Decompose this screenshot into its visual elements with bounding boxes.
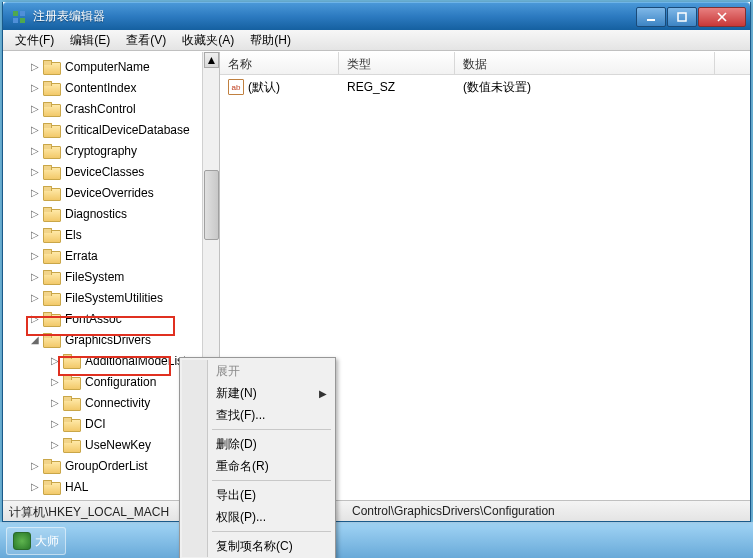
tree-label: ContentIndex bbox=[63, 80, 138, 96]
tree-label: DCI bbox=[83, 416, 108, 432]
expand-icon[interactable]: ▷ bbox=[29, 481, 41, 493]
folder-icon bbox=[43, 144, 59, 158]
folder-icon bbox=[43, 60, 59, 74]
string-value-icon: ab bbox=[228, 79, 244, 95]
scroll-thumb[interactable] bbox=[204, 170, 219, 240]
folder-icon bbox=[63, 417, 79, 431]
folder-icon bbox=[63, 375, 79, 389]
collapse-icon[interactable]: ◢ bbox=[29, 334, 41, 346]
ctx-copy-keyname[interactable]: 复制项名称(C) bbox=[182, 535, 333, 557]
expand-icon[interactable]: ▷ bbox=[49, 439, 61, 451]
close-button[interactable] bbox=[698, 7, 746, 27]
folder-icon bbox=[43, 291, 59, 305]
minimize-button[interactable] bbox=[636, 7, 666, 27]
maximize-button[interactable] bbox=[667, 7, 697, 27]
titlebar[interactable]: 注册表编辑器 bbox=[3, 2, 750, 30]
tree-item[interactable]: ▷CriticalDeviceDatabase bbox=[3, 119, 219, 140]
expand-icon[interactable]: ▷ bbox=[29, 166, 41, 178]
col-name[interactable]: 名称 bbox=[220, 52, 339, 74]
list-row[interactable]: ab(默认)REG_SZ(数值未设置) bbox=[220, 77, 750, 97]
tree-label: Cryptography bbox=[63, 143, 139, 159]
tree-item[interactable]: ▷ComputerName bbox=[3, 56, 219, 77]
menu-edit[interactable]: 编辑(E) bbox=[62, 30, 118, 51]
window-title: 注册表编辑器 bbox=[33, 8, 635, 25]
ctx-export[interactable]: 导出(E) bbox=[182, 484, 333, 506]
ctx-rename[interactable]: 重命名(R) bbox=[182, 455, 333, 477]
col-data[interactable]: 数据 bbox=[455, 52, 715, 74]
content-area: ▷ComputerName▷ContentIndex▷CrashControl▷… bbox=[3, 51, 750, 500]
tree-item[interactable]: ▷Els bbox=[3, 224, 219, 245]
tree-label: HAL bbox=[63, 479, 90, 495]
menu-fav[interactable]: 收藏夹(A) bbox=[174, 30, 242, 51]
col-type[interactable]: 类型 bbox=[339, 52, 455, 74]
menubar: 文件(F) 编辑(E) 查看(V) 收藏夹(A) 帮助(H) bbox=[3, 30, 750, 51]
folder-icon bbox=[43, 123, 59, 137]
expand-icon[interactable]: ▷ bbox=[29, 61, 41, 73]
expand-icon[interactable]: ▷ bbox=[29, 250, 41, 262]
folder-icon bbox=[43, 165, 59, 179]
expand-icon[interactable]: ▷ bbox=[29, 103, 41, 115]
expand-icon[interactable]: ▷ bbox=[29, 292, 41, 304]
tree-item[interactable]: ▷Errata bbox=[3, 245, 219, 266]
expand-icon[interactable]: ▷ bbox=[49, 376, 61, 388]
tree-label: Diagnostics bbox=[63, 206, 129, 222]
ctx-permissions[interactable]: 权限(P)... bbox=[182, 506, 333, 528]
folder-icon bbox=[43, 228, 59, 242]
tree-item[interactable]: ▷FileSystem bbox=[3, 266, 219, 287]
menu-view[interactable]: 查看(V) bbox=[118, 30, 174, 51]
expand-icon[interactable]: ▷ bbox=[29, 313, 41, 325]
tree-label: FileSystemUtilities bbox=[63, 290, 165, 306]
tree-label: ComputerName bbox=[63, 59, 152, 75]
expand-icon[interactable]: ▷ bbox=[29, 82, 41, 94]
svg-rect-1 bbox=[20, 11, 25, 16]
tree-label: DeviceOverrides bbox=[63, 185, 156, 201]
expand-icon[interactable]: ▷ bbox=[29, 187, 41, 199]
expand-icon[interactable]: ▷ bbox=[49, 355, 61, 367]
tree-item[interactable]: ◢GraphicsDrivers bbox=[3, 329, 219, 350]
tree-label: FileSystem bbox=[63, 269, 126, 285]
svg-rect-2 bbox=[13, 18, 18, 23]
expand-icon[interactable]: ▷ bbox=[49, 397, 61, 409]
ctx-find[interactable]: 查找(F)... bbox=[182, 404, 333, 426]
tree-item[interactable]: ▷DeviceOverrides bbox=[3, 182, 219, 203]
folder-icon bbox=[43, 480, 59, 494]
scroll-up-icon[interactable]: ▲ bbox=[204, 52, 219, 68]
ctx-delete[interactable]: 删除(D) bbox=[182, 433, 333, 455]
app-icon bbox=[11, 9, 27, 25]
svg-rect-0 bbox=[13, 11, 18, 16]
expand-icon[interactable]: ▷ bbox=[29, 208, 41, 220]
menu-help[interactable]: 帮助(H) bbox=[242, 30, 299, 51]
tree-item[interactable]: ▷FontAssoc bbox=[3, 308, 219, 329]
tree-label: Els bbox=[63, 227, 84, 243]
expand-icon[interactable]: ▷ bbox=[49, 418, 61, 430]
value-type: REG_SZ bbox=[339, 80, 455, 94]
folder-icon bbox=[43, 207, 59, 221]
tree-label: DeviceClasses bbox=[63, 164, 146, 180]
tree-label: GroupOrderList bbox=[63, 458, 150, 474]
tree-label: AdditionalModeLists bbox=[83, 353, 194, 369]
expand-icon[interactable]: ▷ bbox=[29, 145, 41, 157]
folder-icon bbox=[63, 438, 79, 452]
expand-icon[interactable]: ▷ bbox=[29, 229, 41, 241]
menu-file[interactable]: 文件(F) bbox=[7, 30, 62, 51]
tree-item[interactable]: ▷Cryptography bbox=[3, 140, 219, 161]
folder-icon bbox=[43, 186, 59, 200]
svg-rect-5 bbox=[678, 13, 686, 21]
chevron-right-icon: ▶ bbox=[319, 388, 327, 399]
expand-icon[interactable]: ▷ bbox=[29, 460, 41, 472]
tree-item[interactable]: ▷DeviceClasses bbox=[3, 161, 219, 182]
ctx-expand: 展开 bbox=[182, 360, 333, 382]
tree-item[interactable]: ▷CrashControl bbox=[3, 98, 219, 119]
tree-item[interactable]: ▷ContentIndex bbox=[3, 77, 219, 98]
tree-label: Configuration bbox=[83, 374, 158, 390]
expand-icon[interactable]: ▷ bbox=[29, 271, 41, 283]
taskbar-app-icon bbox=[13, 532, 31, 550]
expand-icon[interactable]: ▷ bbox=[29, 124, 41, 136]
tree-label: UseNewKey bbox=[83, 437, 153, 453]
taskbar-button[interactable]: 大师 bbox=[6, 527, 66, 555]
taskbar[interactable]: 大师 bbox=[0, 522, 753, 558]
ctx-new[interactable]: 新建(N)▶ bbox=[182, 382, 333, 404]
tree-item[interactable]: ▷Diagnostics bbox=[3, 203, 219, 224]
tree-item[interactable]: ▷FileSystemUtilities bbox=[3, 287, 219, 308]
tree-label: Connectivity bbox=[83, 395, 152, 411]
